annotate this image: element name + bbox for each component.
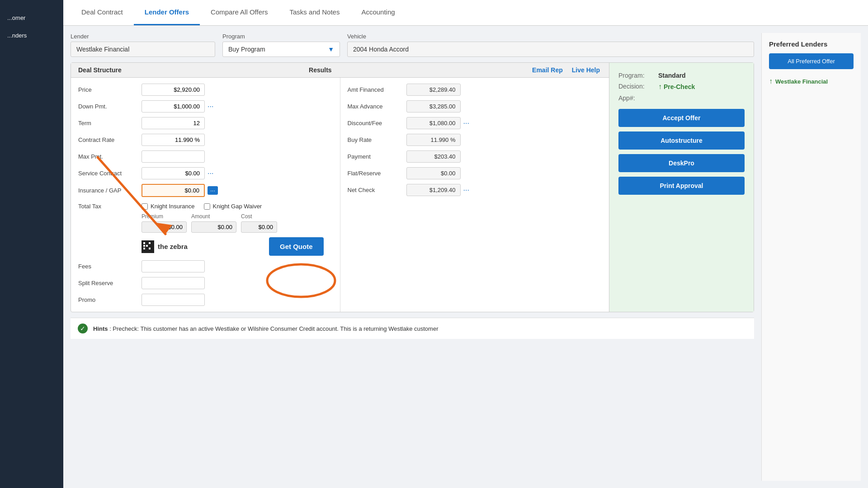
fees-label: Fees	[78, 263, 142, 270]
insurance-gap-row: Insurance / GAP ···	[71, 182, 340, 199]
program-dropdown-arrow: ▼	[328, 46, 334, 53]
price-input[interactable]	[142, 84, 205, 96]
sidebar-item-customer[interactable]: ...omer	[0, 9, 63, 27]
amount-col-header: Amount	[191, 212, 236, 220]
tab-deal-contract[interactable]: Deal Contract	[71, 0, 134, 25]
program-panel: Program: Standard Decision: ↑ Pre-Check	[609, 63, 754, 312]
buy-rate-label: Buy Rate	[348, 136, 406, 143]
service-contract-dots[interactable]: ···	[208, 169, 213, 178]
accept-offer-button[interactable]: Accept Offer	[618, 109, 745, 127]
fees-input[interactable]	[142, 260, 205, 272]
knight-gap-checkbox-label[interactable]: Knight Gap Waiver	[204, 203, 262, 210]
email-rep-link[interactable]: Email Rep	[532, 66, 563, 74]
contract-rate-input[interactable]	[142, 134, 205, 146]
main-panel: Lender Westlake Financial Program Buy Pr…	[71, 33, 754, 481]
svg-rect-8	[149, 245, 151, 247]
insurance-values	[142, 221, 333, 233]
payment-label: Payment	[348, 153, 406, 160]
amt-financed-label: Amt Financed	[348, 86, 406, 93]
svg-rect-3	[143, 248, 145, 249]
hints-title: Hints	[93, 325, 108, 332]
insurance-gap-input[interactable]	[142, 184, 205, 197]
payment-display: $203.40	[406, 150, 461, 163]
max-pmt-input[interactable]	[142, 150, 205, 163]
tab-tasks-and-notes[interactable]: Tasks and Notes	[279, 0, 351, 25]
vehicle-field-group: Vehicle 2004 Honda Accord	[347, 33, 754, 57]
max-advance-row: Max Advance $3,285.00	[340, 98, 609, 115]
zebra-label: the zebra	[158, 243, 188, 250]
knight-gap-checkbox[interactable]	[204, 203, 210, 210]
cost-input[interactable]	[241, 221, 277, 233]
term-input[interactable]	[142, 117, 205, 129]
tab-accounting[interactable]: Accounting	[350, 0, 406, 25]
service-contract-row: Service Contract ···	[71, 165, 340, 182]
discount-fee-label: Discount/Fee	[348, 120, 406, 127]
split-reserve-input[interactable]	[142, 277, 205, 289]
westlake-label: Westlake Financial	[775, 78, 828, 85]
preferred-lenders-title: Preferred Lenders	[769, 40, 854, 48]
deal-results-wrapper: Deal Structure Results Email Rep Live He…	[71, 62, 754, 312]
knight-insurance-checkbox[interactable]	[142, 203, 148, 210]
zebra-icon	[142, 240, 154, 253]
amt-financed-value: $2,289.40	[406, 84, 461, 96]
sidebar-item-lenders[interactable]: ...nders	[0, 27, 63, 44]
buy-rate-row: Buy Rate 11.990 %	[340, 131, 609, 148]
svg-rect-4	[146, 242, 148, 244]
all-preferred-button[interactable]: All Preferred Offer	[769, 53, 854, 69]
get-quote-button[interactable]: Get Quote	[269, 237, 324, 256]
print-approval-button[interactable]: Print Approval	[618, 177, 745, 195]
lender-field-group: Lender Westlake Financial	[71, 33, 215, 57]
max-pmt-value	[142, 150, 333, 163]
service-contract-input[interactable]	[142, 167, 205, 179]
vehicle-input[interactable]: 2004 Honda Accord	[347, 42, 754, 57]
decision-value: ↑ Pre-Check	[658, 83, 695, 91]
precheck-icon: ↑	[658, 83, 662, 91]
payment-row: Payment $203.40	[340, 148, 609, 165]
deal-structure-title: Deal Structure	[71, 66, 302, 74]
preferred-lenders-panel: Preferred Lenders All Preferred Offer ↑ …	[761, 33, 861, 481]
amt-financed-display: $2,289.40	[406, 84, 461, 96]
tab-compare-all-offers[interactable]: Compare All Offers	[200, 0, 278, 25]
lender-label: Lender	[71, 33, 215, 40]
insurance-gap-dots[interactable]: ···	[208, 186, 218, 195]
discount-fee-dots[interactable]: ···	[463, 119, 469, 127]
app-row: App#:	[618, 94, 745, 102]
results-column: Amt Financed $2,289.40 Max Advance $3,28…	[340, 78, 609, 312]
westlake-financial-item[interactable]: ↑ Westlake Financial	[769, 75, 854, 88]
program-field-group: Program Buy Program ▼	[222, 33, 340, 57]
zebra-get-quote-row: the zebra Get Quote	[142, 237, 333, 256]
program-select[interactable]: Buy Program ▼	[222, 42, 340, 57]
price-label: Price	[78, 86, 142, 93]
promo-label: Promo	[78, 296, 142, 303]
tab-lender-offers[interactable]: Lender Offers	[134, 0, 200, 25]
term-value	[142, 117, 333, 129]
autostructure-button[interactable]: Autostructure	[618, 131, 745, 150]
split-reserve-value	[142, 277, 333, 289]
deskpro-button[interactable]: DeskPro	[618, 154, 745, 172]
fees-value	[142, 260, 333, 272]
down-pmt-input[interactable]	[142, 100, 205, 113]
live-help-link[interactable]: Live Help	[572, 66, 600, 74]
knight-insurance-checkbox-label[interactable]: Knight Insurance	[142, 203, 195, 210]
premium-col-header: Premium	[142, 212, 187, 220]
max-advance-display: $3,285.00	[406, 100, 461, 113]
split-reserve-label: Split Reserve	[78, 280, 142, 286]
down-pmt-row: Down Pmt. ···	[71, 98, 340, 115]
contract-rate-row: Contract Rate	[71, 131, 340, 148]
split-reserve-row: Split Reserve	[71, 275, 340, 291]
premium-input[interactable]	[142, 221, 187, 233]
term-label: Term	[78, 120, 142, 127]
down-pmt-dots[interactable]: ···	[208, 103, 213, 111]
svg-rect-9	[149, 248, 151, 249]
promo-input[interactable]	[142, 294, 205, 306]
svg-rect-2	[143, 245, 145, 247]
amount-input[interactable]	[191, 221, 236, 233]
service-contract-value: ···	[142, 167, 213, 179]
lender-input[interactable]: Westlake Financial	[71, 42, 215, 57]
net-check-dots[interactable]: ···	[463, 186, 469, 194]
vehicle-label: Vehicle	[347, 33, 754, 40]
price-row: Price	[71, 81, 340, 98]
structure-column: Price Down Pmt.	[71, 78, 340, 312]
max-pmt-label: Max Pmt.	[78, 153, 142, 160]
cost-col-header: Cost	[241, 212, 277, 220]
